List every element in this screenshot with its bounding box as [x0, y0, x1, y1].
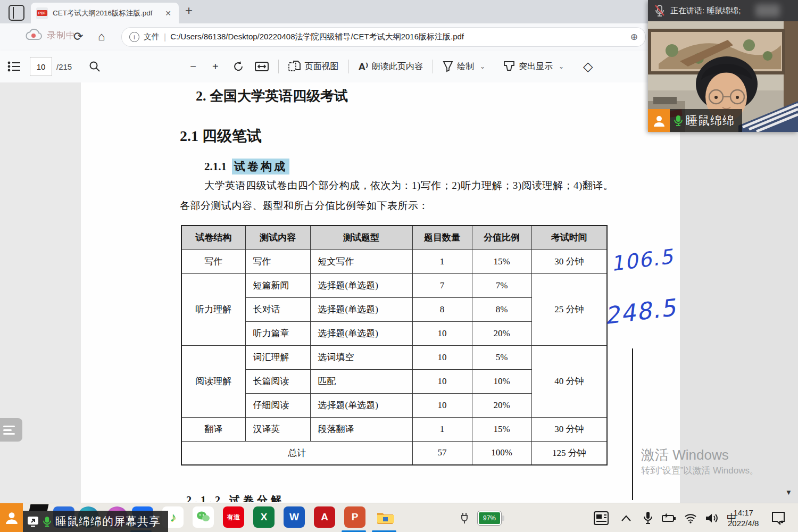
doc-heading-3: 2.1.1 试卷构成 — [204, 159, 289, 174]
tab-title: CET考试大纲2016版标注版.pdf — [53, 9, 158, 18]
doc-heading-3-highlighted: 试卷构成 — [232, 159, 289, 174]
search-icon[interactable] — [84, 61, 106, 72]
activate-windows-watermark-sub: 转到“设置”以激活 Windows。 — [641, 464, 759, 477]
info-icon[interactable]: i — [129, 32, 139, 42]
meeting-speaking-banner: 正在讲话: 睡鼠绵绵; — [648, 0, 798, 21]
tray-time: 14:17 — [728, 508, 759, 518]
participant-avatar — [648, 109, 670, 132]
address-bar[interactable]: i 文件 | C:/Users/86138/Desktop/20220408法学… — [121, 27, 646, 47]
meeting-overlay[interactable]: 正在讲话: 睡鼠绵绵; — [648, 0, 798, 132]
file-explorer-icon[interactable] — [375, 506, 396, 528]
battery-status[interactable]: 97% — [461, 503, 504, 532]
widgets-icon[interactable] — [594, 511, 609, 525]
recording-label: 录制中 — [47, 29, 76, 41]
tray-battery-icon[interactable] — [662, 513, 676, 523]
screen: PDF CET考试大纲2016版标注版.pdf ✕ + 录制中 ⟳ ⌂ i 文件… — [0, 0, 798, 532]
read-aloud-label: 朗读此页内容 — [372, 61, 423, 72]
clock[interactable]: 14:172022/4/8 — [728, 503, 759, 532]
screen-share-banner: 睡鼠绵绵的屏幕共享 — [0, 503, 168, 532]
tray-mic-icon[interactable] — [644, 511, 652, 525]
doc-heading-1: 2. 全国大学英语四级考试 — [196, 87, 348, 105]
home-icon[interactable]: ⌂ — [98, 30, 105, 44]
doc-heading-3-number: 2.1.1 — [204, 160, 227, 173]
highlight-button[interactable]: 突出显示 ⌄ — [498, 61, 569, 72]
zoom-in-button[interactable]: + — [212, 61, 219, 73]
table-row: 阅读理解词汇理解 选词填空10 5%40 分钟 — [181, 345, 607, 369]
read-aloud-icon: A⁾ — [359, 61, 368, 73]
highlight-label: 突出显示 — [519, 61, 553, 72]
handwritten-vertical-line — [632, 348, 633, 500]
draw-chevron-icon[interactable]: ⌄ — [480, 63, 485, 70]
mic-muted-icon — [654, 4, 665, 17]
page-number-input[interactable]: 10 — [30, 57, 52, 76]
table-header-row: 试卷结构测试内容 测试题型题目数量 分值比例考试时间 — [181, 226, 607, 250]
participant-nameplate: 睡鼠绵绵 — [648, 109, 742, 132]
word-icon[interactable]: W — [284, 506, 305, 528]
doc-paragraph-line1: 大学英语四级试卷由四个部分构成，依次为：1)写作；2)听力理解；3)阅读理解；4… — [204, 179, 613, 193]
new-tab-button[interactable]: + — [185, 4, 193, 17]
address-url[interactable]: C:/Users/86138/Desktop/20220408法学院四级辅导/C… — [170, 32, 626, 42]
sharer-avatar — [0, 503, 23, 532]
highlight-chevron-icon[interactable]: ⌄ — [559, 63, 564, 70]
toc-button[interactable] — [7, 61, 21, 72]
doc-paragraph-line2: 各部分测试内容、题型和所占分值比例等如下表所示： — [180, 199, 429, 213]
page-view-button[interactable]: 页面视图 — [283, 61, 344, 72]
youdao-dict-icon[interactable]: 有道 — [223, 506, 244, 528]
participant-video[interactable]: 睡鼠绵绵 — [648, 21, 798, 132]
tray-date: 2022/4/8 — [728, 518, 759, 529]
table-total-row: 总计57 100%125 分钟 — [181, 441, 607, 465]
table-row: 听力理解短篇新闻 选择题(单选题)7 7%25 分钟 — [181, 273, 607, 297]
address-divider: | — [164, 32, 166, 42]
speaking-label: 正在讲话: 睡鼠绵绵; — [670, 6, 741, 16]
excel-icon[interactable]: X — [253, 506, 275, 528]
collapsed-side-panel[interactable] — [0, 418, 22, 442]
doc-next-section-clipped: 2.1.2 试卷分解 — [186, 493, 285, 502]
page-view-label: 页面视图 — [305, 61, 339, 72]
share-mic-icon — [43, 516, 51, 527]
table-row: 翻译汉译英 段落翻译1 15%30 分钟 — [181, 417, 607, 441]
scroll-down-arrow[interactable]: ▼ — [785, 488, 792, 496]
browser-tab[interactable]: PDF CET考试大纲2016版标注版.pdf ✕ — [31, 3, 179, 23]
share-banner-text: 睡鼠绵绵的屏幕共享 — [55, 514, 161, 529]
zoom-page-icon[interactable]: ⊕ — [630, 31, 638, 43]
refresh-icon[interactable]: ⟳ — [73, 30, 83, 44]
acrobat-icon[interactable]: A — [314, 506, 335, 528]
speaker-icon[interactable] — [705, 513, 718, 523]
pdf-viewer[interactable]: 2. 全国大学英语四级考试 2.1 四级笔试 2.1.1 试卷构成 大学英语四级… — [0, 82, 798, 503]
tray-expand-chevron-icon[interactable] — [621, 515, 631, 521]
doc-heading-2: 2.1 四级笔试 — [180, 126, 262, 146]
blurred-logo — [755, 4, 780, 17]
battery-percent: 97% — [478, 511, 501, 525]
participant-name: 睡鼠绵绵 — [686, 113, 735, 129]
zoom-out-button[interactable]: − — [190, 61, 196, 73]
tab-actions-icon[interactable] — [9, 5, 24, 21]
action-center-icon[interactable] — [771, 511, 785, 525]
wechat-icon[interactable] — [193, 506, 214, 528]
mic-active-icon — [674, 115, 683, 127]
wifi-icon[interactable] — [684, 513, 697, 523]
share-screen-icon — [27, 516, 39, 527]
eraser-icon[interactable]: ◇ — [583, 59, 593, 74]
pdf-file-icon: PDF — [36, 7, 48, 19]
read-aloud-button[interactable]: A⁾ 朗读此页内容 — [353, 61, 428, 73]
rotate-icon[interactable] — [227, 61, 250, 72]
activate-windows-watermark: 激活 Windows — [641, 446, 729, 464]
fit-width-icon[interactable] — [250, 61, 274, 72]
recording-indicator: 录制中 — [24, 29, 76, 41]
file-scheme-label: 文件 — [144, 32, 160, 42]
draw-label: 绘制 — [457, 61, 474, 72]
exam-structure-table: 试卷结构测试内容 测试题型题目数量 分值比例考试时间 写作写作 短文写作1 15… — [181, 225, 608, 466]
draw-button[interactable]: 绘制 ⌄ — [437, 61, 491, 72]
table-row: 写作写作 短文写作1 15%30 分钟 — [181, 250, 607, 273]
powerpoint-icon[interactable]: P — [344, 506, 365, 528]
tab-close-icon[interactable]: ✕ — [163, 8, 173, 19]
cloud-recording-icon — [24, 29, 43, 41]
page-total-label: /215 — [56, 62, 72, 71]
